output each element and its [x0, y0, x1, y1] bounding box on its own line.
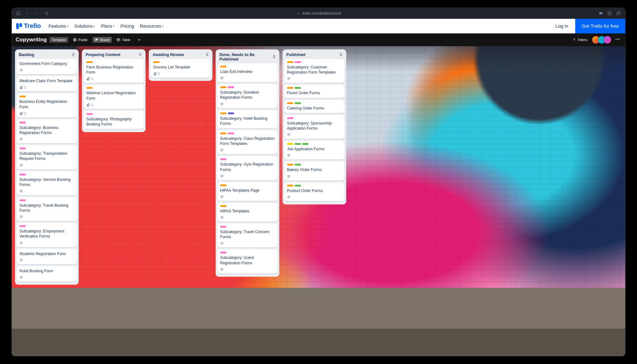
sidebar-toggle-icon[interactable]: [16, 11, 21, 16]
card[interactable]: Subcategory: Customer Registration Form …: [284, 59, 344, 83]
label-green[interactable]: [295, 164, 301, 166]
label-pink[interactable]: [19, 122, 26, 124]
label-purple[interactable]: [228, 112, 234, 114]
label-green[interactable]: [295, 185, 301, 187]
card[interactable]: Job Application Forms: [284, 141, 344, 160]
card[interactable]: Grocery List Template1: [151, 59, 211, 78]
label-orange[interactable]: [220, 86, 226, 88]
list-header[interactable]: Done, Needs to Be Published⠿: [218, 51, 277, 63]
label-green[interactable]: [295, 102, 301, 104]
board-title[interactable]: Copywriting: [16, 37, 47, 43]
card[interactable]: Subcategory: Guest Registration Forms: [218, 249, 277, 273]
url-display[interactable]: trello.com/b/d4zmnso4: [303, 11, 341, 16]
label-pink[interactable]: [228, 132, 234, 134]
card[interactable]: Government Form Category: [17, 59, 77, 74]
board-menu-button[interactable]: [614, 35, 621, 44]
list-drag-handle-icon[interactable]: ⠿: [273, 55, 276, 59]
avatar[interactable]: [604, 36, 611, 44]
label-orange[interactable]: [19, 96, 26, 97]
label-pink[interactable]: [220, 252, 226, 253]
label-green[interactable]: [302, 143, 309, 145]
menu-item-solutions[interactable]: Solutions▾: [75, 24, 96, 29]
list-drag-handle-icon[interactable]: ⠿: [72, 53, 75, 57]
list-drag-handle-icon[interactable]: ⠿: [206, 53, 209, 57]
label-pink[interactable]: [295, 61, 301, 63]
label-orange[interactable]: [287, 61, 293, 63]
card[interactable]: Subcategory: Service Booking Forms: [17, 171, 77, 195]
card[interactable]: Catering Order Forms: [284, 100, 344, 113]
share-icon[interactable]: [607, 11, 612, 16]
menu-item-resources[interactable]: Resources▾: [140, 24, 164, 29]
card[interactable]: Subcategory: Gym Registration Forms: [218, 156, 277, 180]
label-orange[interactable]: [220, 66, 226, 68]
label-pink[interactable]: [287, 117, 293, 119]
card[interactable]: Florist Order Forms: [284, 85, 344, 98]
label-pink[interactable]: [86, 113, 93, 115]
login-button[interactable]: Log in: [551, 21, 573, 31]
nav-forward-icon[interactable]: [34, 11, 39, 16]
card[interactable]: Subcategory: Travel Booking Forms: [17, 197, 77, 221]
list-drag-handle-icon[interactable]: ⠿: [340, 53, 342, 57]
label-orange[interactable]: [287, 102, 293, 104]
tabs-icon[interactable]: [616, 11, 621, 16]
filters-button[interactable]: Filters: [570, 37, 590, 43]
nav-back-icon[interactable]: [25, 11, 30, 16]
card[interactable]: Subcategory: Class Registration Form Tem…: [218, 130, 277, 154]
label-orange[interactable]: [86, 87, 93, 89]
card[interactable]: Subcategory: Sponsorship Application For…: [284, 115, 344, 139]
card[interactable]: Subcategory: Travel Consent Forms: [218, 224, 277, 247]
card[interactable]: Loan Exit Interview: [218, 63, 277, 82]
label-orange[interactable]: [287, 185, 293, 187]
label-orange[interactable]: [220, 184, 226, 186]
get-trello-button[interactable]: Get Trello for free: [575, 19, 625, 33]
card[interactable]: Business Entity Registration Form1: [17, 93, 77, 117]
list-header[interactable]: Preparing Content⠿: [84, 51, 144, 59]
card[interactable]: Webinar Lecture Registration Form1: [84, 85, 144, 109]
card[interactable]: Hotel Booking Form: [17, 266, 77, 282]
label-orange[interactable]: [153, 61, 160, 63]
menu-item-features[interactable]: Features▾: [48, 24, 68, 29]
visibility-chip[interactable]: Public: [71, 37, 90, 43]
card[interactable]: Students Registration Form: [17, 249, 77, 264]
board-view-chip[interactable]: Board: [93, 37, 112, 43]
view-switcher-chevron[interactable]: [135, 37, 143, 43]
label-pink[interactable]: [228, 86, 234, 88]
label-orange[interactable]: [287, 87, 293, 89]
label-green[interactable]: [295, 143, 301, 145]
card[interactable]: Subcategory: Hotel Booking Forms: [218, 110, 277, 128]
card[interactable]: Farm Business Registration Form1: [84, 59, 144, 83]
menu-item-pricing[interactable]: Pricing: [120, 24, 134, 29]
label-orange[interactable]: [220, 132, 226, 134]
label-pink[interactable]: [19, 174, 26, 175]
list-header[interactable]: Published⠿: [284, 51, 344, 59]
reload-icon[interactable]: [44, 11, 49, 16]
trello-logo[interactable]: Trello: [16, 22, 41, 30]
card[interactable]: Subcategory: Donation Registration Forms: [218, 84, 277, 108]
label-yellow[interactable]: [287, 143, 293, 145]
menu-item-plans[interactable]: Plans▾: [101, 24, 115, 29]
label-orange[interactable]: [220, 205, 226, 207]
table-view-chip[interactable]: Table: [114, 37, 132, 43]
member-avatars[interactable]: [592, 36, 611, 44]
card[interactable]: Subcategory: Business Registration Forms: [17, 119, 77, 143]
card[interactable]: Subcategory: Employment Verification For…: [17, 223, 77, 247]
label-pink[interactable]: [220, 158, 226, 160]
card[interactable]: HIPAA Templates Page: [218, 182, 277, 201]
card[interactable]: Bakery Order Forms: [284, 161, 344, 180]
label-pink[interactable]: [19, 199, 26, 201]
list-drag-handle-icon[interactable]: ⠿: [139, 53, 142, 57]
label-pink[interactable]: [19, 225, 26, 227]
label-orange[interactable]: [86, 61, 93, 63]
list-header[interactable]: Backlog⠿: [17, 51, 77, 59]
card[interactable]: Product Order Forms: [284, 182, 344, 201]
card[interactable]: Subcategory: Photography Booking Forms: [84, 111, 144, 129]
cloud-icon[interactable]: [598, 11, 603, 16]
card[interactable]: Subcategory: Transportation Request Form…: [17, 145, 77, 169]
label-orange[interactable]: [287, 164, 293, 166]
card[interactable]: Medicare Claim Form Template1: [17, 76, 77, 91]
label-orange[interactable]: [220, 112, 226, 114]
label-pink[interactable]: [19, 147, 26, 149]
list-header[interactable]: Awaiting Review⠿: [151, 51, 211, 59]
label-green[interactable]: [295, 87, 301, 89]
card[interactable]: HIPAA Templates: [218, 203, 277, 222]
